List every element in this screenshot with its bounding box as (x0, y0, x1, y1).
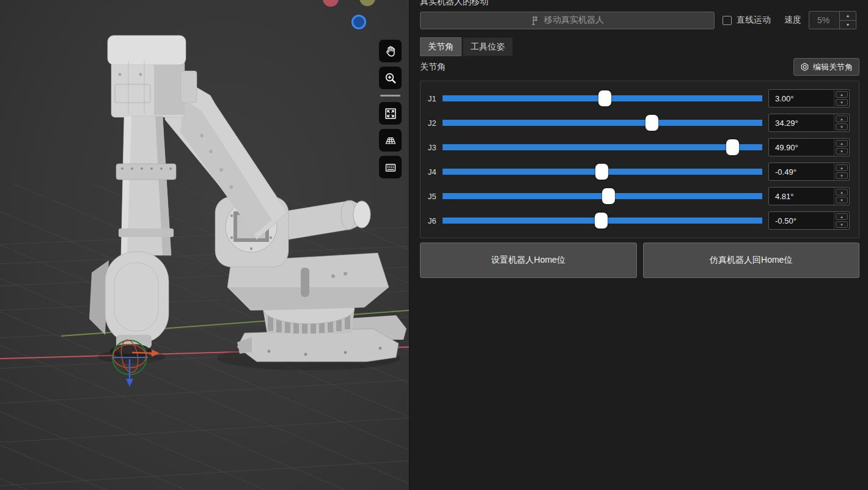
joint-slider-j4[interactable] (443, 163, 762, 180)
joint-angles-group: J1 3.00° ▲ ▼ J2 (420, 81, 859, 238)
decrement-button[interactable]: ▼ (836, 221, 848, 228)
decrement-button[interactable]: ▼ (836, 99, 848, 106)
joint-slider-j3[interactable] (443, 139, 762, 156)
joint-value: 49.90° (769, 139, 834, 156)
move-real-robot-button[interactable]: 移动真实机器人 (420, 12, 715, 29)
linear-motion-checkbox[interactable] (723, 16, 732, 25)
spin-buttons: ▲ ▼ (834, 188, 849, 205)
joint-row-j5: J5 4.81° ▲ ▼ (428, 184, 850, 208)
flag-icon (531, 15, 540, 25)
speed-spinbox[interactable]: 5% ▲ ▼ (809, 11, 856, 29)
keyboard-panel-button[interactable] (379, 156, 402, 178)
decrement-button[interactable]: ▼ (836, 123, 848, 130)
linear-motion-label: 直线运动 (737, 15, 771, 26)
tab-joint-angles[interactable]: 关节角 (420, 37, 462, 56)
joint-value-spinbox-j4[interactable]: -0.49° ▲ ▼ (768, 163, 850, 181)
zoom-tool-button[interactable] (379, 67, 402, 89)
pan-tool-button[interactable] (379, 40, 402, 62)
home-buttons-row: 设置机器人Home位 仿真机器人回Home位 (420, 243, 859, 278)
decrement-button[interactable]: ▼ (836, 172, 848, 179)
slider-track[interactable] (443, 144, 762, 150)
viewport-toolbar (379, 40, 402, 178)
speed-label: 速度 (784, 15, 801, 26)
linear-motion-toggle[interactable]: 直线运动 (723, 15, 771, 26)
speed-increment-button[interactable]: ▲ (840, 12, 856, 21)
joint-slider-j2[interactable] (443, 114, 762, 131)
spin-buttons: ▲ ▼ (834, 212, 849, 229)
speed-decrement-button[interactable]: ▼ (840, 21, 856, 29)
ground-grid-icon (384, 134, 397, 147)
joint-label: J2 (428, 119, 443, 128)
joint-row-j1: J1 3.00° ▲ ▼ (428, 86, 850, 111)
joint-value: -0.50° (769, 212, 834, 229)
increment-button[interactable]: ▲ (836, 115, 848, 122)
joint-value-spinbox-j3[interactable]: 49.90° ▲ ▼ (768, 138, 850, 156)
joint-slider-j5[interactable] (443, 188, 762, 205)
joint-slider-j6[interactable] (443, 212, 762, 229)
joint-value: -0.49° (769, 163, 834, 180)
gizmo-x-ball (323, 0, 339, 7)
orientation-gizmo (323, 0, 375, 29)
zoom-in-icon (384, 71, 397, 85)
joint-row-j2: J2 34.29° ▲ ▼ (428, 111, 850, 135)
joint-row-j4: J4 -0.49° ▲ ▼ (428, 159, 850, 184)
gizmo-y-ball (359, 0, 375, 6)
joint-value-spinbox-j6[interactable]: -0.50° ▲ ▼ (768, 211, 850, 230)
joint-label: J1 (428, 94, 443, 103)
spin-buttons: ▲ ▼ (834, 163, 849, 180)
move-real-robot-label: 移动真实机器人 (544, 15, 604, 26)
joint-label: J4 (428, 167, 443, 177)
fit-view-button[interactable] (379, 102, 402, 125)
joint-value-spinbox-j2[interactable]: 34.29° ▲ ▼ (768, 114, 850, 132)
joint-row-j3: J3 49.90° ▲ ▼ (428, 135, 850, 159)
speed-spin-buttons: ▲ ▼ (839, 12, 856, 29)
section-header: 关节角 编辑关节角 (420, 58, 859, 76)
tab-tool-pose[interactable]: 工具位姿 (463, 37, 513, 56)
joint-slider-j1[interactable] (443, 90, 762, 107)
increment-button[interactable]: ▲ (836, 164, 848, 171)
panel-title: 真实机器人的移动 (420, 0, 859, 6)
fit-view-icon (384, 107, 397, 120)
joint-value: 34.29° (769, 114, 834, 131)
decrement-button[interactable]: ▼ (836, 148, 848, 155)
ground-grid-button[interactable] (379, 129, 402, 152)
pan-hand-icon (384, 45, 397, 58)
3d-viewport[interactable] (0, 0, 410, 490)
joint-value-spinbox-j1[interactable]: 3.00° ▲ ▼ (768, 89, 850, 108)
slider-handle[interactable] (595, 164, 608, 180)
edit-target-icon (800, 62, 809, 71)
edit-joint-angles-button[interactable]: 编辑关节角 (793, 58, 859, 76)
robot-control-panel: 真实机器人的移动 移动真实机器人 直线运动 速度 5% ▲ ▼ (410, 0, 868, 490)
move-row: 移动真实机器人 直线运动 速度 5% ▲ ▼ (420, 11, 859, 29)
sim-return-home-button[interactable]: 仿真机器人回Home位 (643, 243, 860, 278)
robot-model (89, 35, 406, 362)
set-home-button[interactable]: 设置机器人Home位 (420, 243, 637, 278)
keyboard-icon (384, 161, 397, 174)
slider-handle[interactable] (645, 115, 658, 131)
joint-label: J6 (428, 216, 443, 225)
joint-label: J5 (428, 192, 443, 201)
slider-handle[interactable] (726, 139, 739, 155)
robot-teach-app: 真实机器人的移动 移动真实机器人 直线运动 速度 5% ▲ ▼ (0, 0, 868, 490)
gizmo-z-ball (353, 16, 366, 29)
toolbar-divider (380, 95, 400, 97)
joint-value: 4.81° (769, 188, 834, 205)
edit-joint-angles-label: 编辑关节角 (813, 62, 853, 73)
decrement-button[interactable]: ▼ (836, 197, 848, 203)
slider-track[interactable] (443, 120, 762, 126)
slider-handle[interactable] (598, 90, 611, 106)
robot-3d-scene (0, 0, 410, 490)
slider-handle[interactable] (602, 188, 615, 204)
spin-buttons: ▲ ▼ (834, 114, 849, 131)
increment-button[interactable]: ▲ (836, 140, 848, 147)
slider-handle[interactable] (595, 213, 608, 229)
increment-button[interactable]: ▲ (836, 213, 848, 220)
joint-label: J3 (428, 143, 443, 152)
speed-value: 5% (809, 12, 839, 29)
increment-button[interactable]: ▲ (836, 189, 848, 196)
joint-value: 3.00° (769, 90, 834, 107)
spin-buttons: ▲ ▼ (834, 139, 849, 156)
joint-value-spinbox-j5[interactable]: 4.81° ▲ ▼ (768, 187, 850, 205)
section-title: 关节角 (420, 62, 446, 73)
increment-button[interactable]: ▲ (836, 91, 848, 98)
